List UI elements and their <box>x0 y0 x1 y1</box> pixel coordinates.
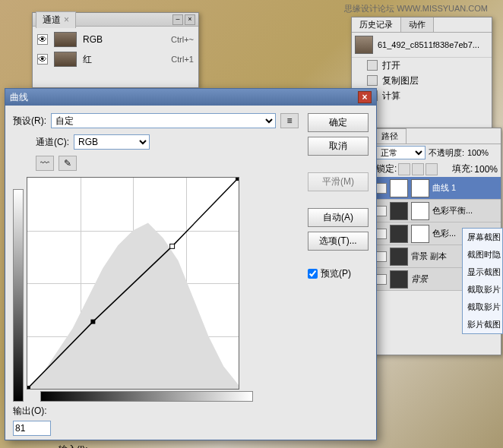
channel-shortcut: Ctrl+~ <box>171 35 194 44</box>
layer-row[interactable]: 色彩平衡... <box>373 200 501 222</box>
preset-label: 预设(R): <box>13 115 46 128</box>
snapshot-thumb <box>355 36 373 54</box>
auto-button[interactable]: 自动(A) <box>308 208 369 227</box>
ctx-video-shot[interactable]: 影片截图 <box>463 316 502 333</box>
channel-name: RGB <box>83 34 171 45</box>
context-menu: 屏幕截图 截图时隐 显示截图 截取影片 截取影片 影片截图 <box>462 228 503 334</box>
preview-checkbox[interactable]: 预览(P) <box>308 267 369 280</box>
channel-label: 通道(C): <box>36 136 69 149</box>
close-button[interactable]: × <box>358 91 372 103</box>
ctx-capture-video[interactable]: 截取影片 <box>463 281 502 298</box>
ctx-hide[interactable]: 截图时隐 <box>463 246 502 263</box>
copy-layer-icon <box>367 75 378 86</box>
lock-position-icon[interactable] <box>412 163 424 175</box>
visibility-icon[interactable]: 👁 <box>37 34 48 45</box>
channels-panel: 通道× – × 👁 RGB Ctrl+~ 👁 红 Ctrl+1 <box>32 12 199 88</box>
tab-actions[interactable]: 动作 <box>401 17 434 32</box>
ok-button[interactable]: 确定 <box>308 113 369 132</box>
mask-thumb <box>411 179 429 197</box>
tab-paths[interactable]: 路径 <box>373 128 407 144</box>
channels-tab[interactable]: 通道× <box>36 11 76 28</box>
preset-select[interactable]: 自定 <box>51 113 276 128</box>
mask-thumb <box>411 225 429 243</box>
layer-thumb <box>390 202 408 220</box>
blend-mode-select[interactable]: 正常 <box>376 146 425 159</box>
smooth-button: 平滑(M) <box>308 172 369 191</box>
output-input[interactable] <box>13 421 51 436</box>
channel-thumb <box>54 32 77 47</box>
output-gradient <box>13 189 24 402</box>
ctx-show[interactable]: 显示截图 <box>463 263 502 281</box>
cancel-button[interactable]: 取消 <box>308 137 369 156</box>
channel-row[interactable]: 👁 红 Ctrl+1 <box>33 49 198 69</box>
svg-rect-2 <box>27 386 30 389</box>
history-item[interactable]: 复制图层 <box>352 73 492 88</box>
input-gradient <box>40 391 253 402</box>
channel-row[interactable]: 👁 RGB Ctrl+~ <box>33 30 198 49</box>
visibility-icon[interactable] <box>376 274 387 285</box>
svg-rect-3 <box>236 178 239 181</box>
fill-value[interactable]: 100% <box>474 164 498 175</box>
open-icon <box>367 60 378 71</box>
pencil-tool-icon[interactable]: ✎ <box>59 156 77 171</box>
watermark: 思缘设计论坛 WWW.MISSYUAN.COM <box>344 3 488 14</box>
channel-name: 红 <box>83 53 171 66</box>
channel-thumb <box>54 52 77 67</box>
visibility-icon[interactable]: 👁 <box>37 54 48 65</box>
layer-thumb <box>390 225 408 243</box>
layer-thumb <box>390 179 408 197</box>
curves-dialog: 曲线 × 预设(R): 自定 ≡ 通道(C): RGB 〰 ✎ <box>5 88 377 440</box>
history-snapshot[interactable]: 61_492_c8511f838e7eb7... <box>352 33 492 58</box>
layer-row[interactable]: 曲线 1 <box>373 177 501 200</box>
visibility-icon[interactable] <box>376 229 387 239</box>
input-label: 输入(I): <box>59 443 96 448</box>
fill-label: 填充: <box>452 162 473 175</box>
svg-rect-0 <box>90 320 95 324</box>
curve-line <box>27 178 239 389</box>
history-tabs: 历史记录 动作 <box>352 17 492 33</box>
lock-label: 锁定: <box>376 162 397 175</box>
snapshot-name: 61_492_c8511f838e7eb7... <box>378 40 479 49</box>
tab-history[interactable]: 历史记录 <box>352 17 401 32</box>
channels-titlebar[interactable]: 通道× – × <box>33 13 198 27</box>
close-icon[interactable]: × <box>64 14 69 25</box>
layers-tabs: 路径 <box>373 128 501 144</box>
mask-thumb <box>411 202 429 220</box>
ctx-capture-video2[interactable]: 截取影片 <box>463 298 502 316</box>
curves-titlebar[interactable]: 曲线 × <box>5 89 376 106</box>
ctx-screenshot[interactable]: 屏幕截图 <box>463 229 502 246</box>
curve-tool-icon[interactable]: 〰 <box>36 156 54 171</box>
minimize-icon[interactable]: – <box>172 14 183 25</box>
visibility-icon[interactable] <box>376 251 387 262</box>
history-item[interactable]: 打开 <box>352 58 492 73</box>
options-button[interactable]: 选项(T)... <box>308 232 369 251</box>
close-icon[interactable]: × <box>185 14 195 25</box>
opacity-value[interactable]: 100% <box>467 148 498 157</box>
svg-rect-1 <box>170 244 175 248</box>
layer-thumb <box>390 270 408 289</box>
visibility-icon[interactable] <box>376 183 387 194</box>
preset-menu-icon[interactable]: ≡ <box>280 113 299 128</box>
lock-all-icon[interactable] <box>425 163 438 175</box>
visibility-icon[interactable] <box>376 206 387 216</box>
output-label: 输出(O): <box>13 405 51 418</box>
opacity-label: 不透明度: <box>429 147 464 159</box>
dialog-title: 曲线 <box>10 91 28 104</box>
curve-graph[interactable] <box>27 177 239 390</box>
channel-shortcut: Ctrl+1 <box>171 55 194 64</box>
layer-thumb <box>390 248 408 266</box>
channel-select[interactable]: RGB <box>74 134 150 150</box>
lock-pixels-icon[interactable] <box>398 163 410 175</box>
channel-list: 👁 RGB Ctrl+~ 👁 红 Ctrl+1 <box>33 27 198 72</box>
